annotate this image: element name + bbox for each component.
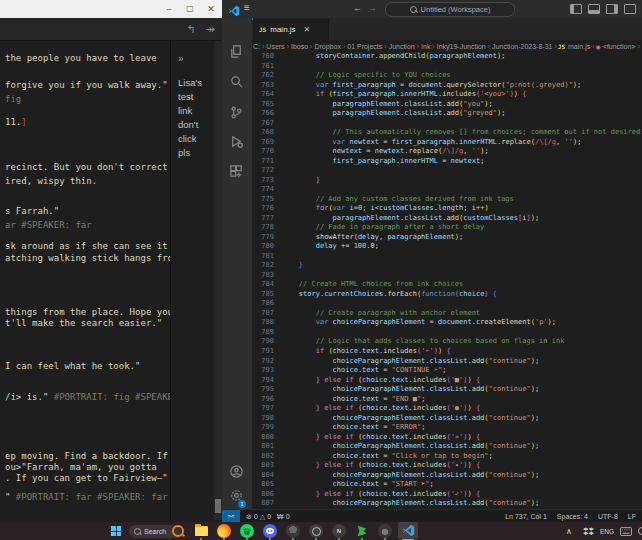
story-line: t'll make the search easier."	[5, 318, 162, 329]
language-indicator[interactable]: ENG	[600, 522, 614, 540]
circle-app-icon-2[interactable]	[308, 523, 324, 539]
choice-link-word[interactable]: Lisa's	[178, 77, 202, 88]
scrollbar-thumb[interactable]	[215, 499, 221, 513]
discord-icon[interactable]	[262, 523, 278, 539]
breadcrumb-separator: ›	[488, 43, 490, 50]
breadcrumb-item[interactable]: Junction	[389, 43, 415, 50]
breadcrumb-item[interactable]: 01 Projects	[347, 43, 382, 50]
dropbox-tray-icon[interactable]	[583, 522, 594, 540]
code-line: 769 var newtext = first_paragraph.innerH…	[252, 138, 642, 148]
green-flag-app-icon[interactable]	[354, 523, 370, 539]
breadcrumb-item[interactable]: Ink	[421, 43, 430, 50]
menu-hamburger-icon[interactable]: ≡	[244, 2, 250, 13]
code-editor[interactable]: 760 storyContainer.appendChild(paragraph…	[252, 52, 642, 509]
search-icon	[410, 6, 417, 13]
error-icon: ⊘	[246, 513, 252, 521]
vscode-window: ≡ ← → Untitled (Workspace) JS main.js ✕ …	[222, 0, 642, 522]
maximize-button[interactable]: ▢	[181, 1, 199, 17]
breadcrumb-separator: ›	[432, 43, 434, 50]
encoding[interactable]: UTF-8	[598, 513, 618, 520]
indentation[interactable]: Spaces: 4	[557, 513, 588, 520]
breadcrumb-item[interactable]: Inky19-Junction	[437, 43, 486, 50]
code-line: 806 } else if (choice.text.includes('✓')…	[252, 490, 642, 500]
problems-indicator[interactable]: ⊘0 △0	[246, 513, 271, 521]
breadcrumb-item[interactable]: <function>	[603, 43, 636, 50]
code-line: 803 } else if (choice.text.includes('✦')…	[252, 461, 642, 471]
circle-app-icon-4[interactable]	[377, 523, 393, 539]
file-explorer-icon[interactable]	[193, 523, 209, 539]
code-line: 782 }	[252, 261, 642, 271]
story-line: recinct. But you don't correct	[5, 162, 168, 173]
system-tray-partial-icon[interactable]	[637, 522, 642, 540]
choice-link-word[interactable]: pls	[178, 147, 190, 158]
cursor-position[interactable]: Ln 737, Col 1	[505, 513, 547, 520]
tab-label: main.js	[270, 25, 295, 34]
extra-indicator[interactable]: ₩0	[277, 513, 290, 520]
windows-logo-icon	[111, 526, 121, 536]
toggle-sidebar-icon[interactable]	[570, 4, 582, 14]
code-line: 766 paragraphElement.classList.add("grey…	[252, 109, 642, 119]
choice-link-word[interactable]: test	[178, 91, 193, 102]
breadcrumb: C:›Users›Iboso›Dropbox›01 Projects›Junct…	[252, 40, 642, 52]
toggle-panel-icon[interactable]	[588, 4, 600, 14]
vscode-logo-icon	[402, 524, 415, 537]
fast-forward-icon[interactable]: ↠	[202, 21, 218, 37]
breadcrumb-separator: ›	[262, 43, 264, 50]
code-line: 783	[252, 271, 642, 281]
run-debug-icon[interactable]	[229, 134, 245, 150]
touch-keyboard-icon[interactable]	[620, 522, 632, 540]
code-line: 804 choiceParagraphElement.classList.add…	[252, 471, 642, 481]
breadcrumb-item[interactable]: Users	[266, 43, 284, 50]
code-line: 775 // Add any custom classes derived fr…	[252, 195, 642, 205]
story-line: fig	[5, 94, 21, 105]
spotify-icon[interactable]	[239, 523, 255, 539]
toggle-secondary-sidebar-icon[interactable]	[606, 4, 618, 14]
breadcrumb-item[interactable]: Iboso	[291, 43, 308, 50]
breadcrumb-separator: ›	[592, 43, 594, 50]
account-icon[interactable]	[229, 464, 245, 480]
code-lines: 760 storyContainer.appendChild(paragraph…	[252, 52, 642, 509]
code-line: 805 choice.text = "START ➤";	[252, 480, 642, 490]
minimize-button[interactable]: –	[160, 1, 178, 17]
code-line: 793 choice.text = "CONTINUE ➢";	[252, 366, 642, 376]
nav-forward-icon[interactable]: →	[368, 3, 377, 13]
extensions-icon[interactable]	[229, 164, 245, 180]
code-line: 792 choiceParagraphElement.classList.add…	[252, 357, 642, 367]
code-line: 780 delay += 100.0;	[252, 242, 642, 252]
story-text-pane[interactable]: the people you have to leaveforgive you …	[0, 41, 170, 520]
tray-chevron-icon[interactable]: ∧	[566, 522, 572, 540]
breadcrumb-item[interactable]: main.js	[568, 43, 590, 50]
circle-app-icon-1[interactable]	[285, 523, 301, 539]
vscode-logo-icon	[228, 3, 240, 15]
circle-app-icon-3[interactable]: N	[331, 523, 347, 539]
explorer-icon[interactable]	[229, 44, 245, 60]
back-arrow-icon[interactable]: ↰	[183, 21, 199, 37]
nav-back-icon[interactable]: ←	[353, 3, 362, 13]
tab-mainjs[interactable]: JS main.js ✕	[253, 18, 329, 40]
start-button[interactable]	[108, 523, 124, 539]
left-app-scrollbar[interactable]	[214, 41, 222, 520]
tab-close-icon[interactable]: ✕	[304, 25, 311, 34]
choice-link-word[interactable]: don't	[178, 119, 198, 130]
left-app-content: the people you have to leaveforgive you …	[0, 41, 222, 520]
firefox-icon[interactable]	[216, 523, 232, 539]
customize-layout-icon[interactable]	[624, 4, 636, 14]
left-app-window: – ▢ ✕ ↰ ↠ the people you have to leavefo…	[0, 0, 222, 524]
js-file-icon: JS	[259, 26, 266, 33]
story-line: ep moving. Find a backdoor. If	[5, 451, 168, 462]
choice-link-word[interactable]: link	[178, 105, 192, 116]
code-line: 786	[252, 299, 642, 309]
search-app-icon[interactable]	[170, 523, 186, 539]
breadcrumb-item[interactable]: Dropbox	[314, 43, 340, 50]
continue-marker: »	[178, 53, 184, 64]
breadcrumb-item[interactable]: Junction-2023-8-31	[492, 43, 552, 50]
breadcrumb-item[interactable]: C:	[253, 43, 260, 50]
source-control-icon[interactable]	[229, 105, 245, 121]
eol[interactable]: LF	[628, 513, 636, 520]
command-center-search[interactable]: Untitled (Workspace)	[385, 2, 515, 17]
choice-link-word[interactable]: click	[178, 133, 196, 144]
vscode-taskbar-icon[interactable]	[398, 522, 418, 539]
search-icon[interactable]	[229, 74, 245, 90]
close-button[interactable]: ✕	[202, 1, 220, 17]
code-line: 761	[252, 62, 642, 72]
